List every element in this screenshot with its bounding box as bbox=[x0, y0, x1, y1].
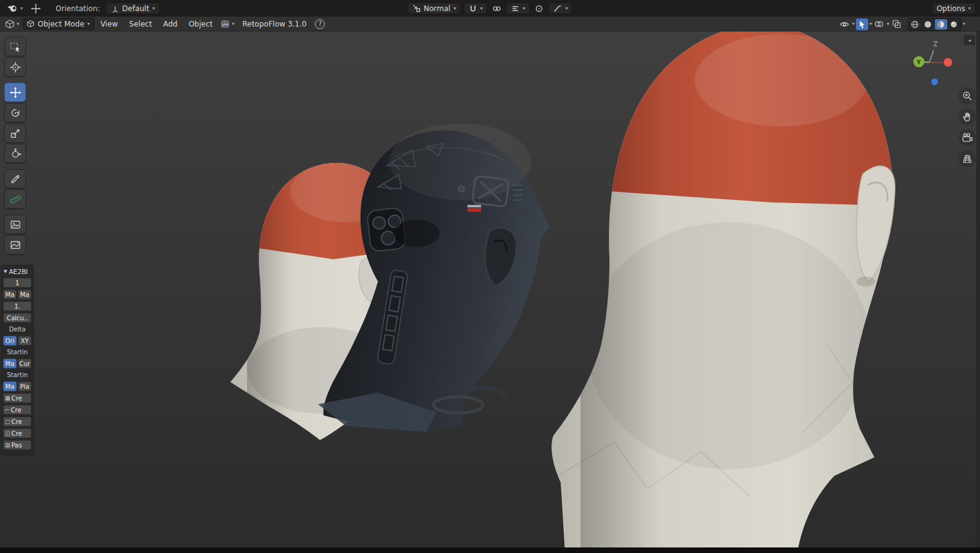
object-mode-icon bbox=[27, 20, 35, 28]
orientation-axis-icon bbox=[111, 4, 119, 13]
zoom-magnifier-icon bbox=[961, 90, 973, 102]
toggle-grid-button[interactable] bbox=[958, 150, 976, 167]
orientation-label: Orientation: bbox=[56, 4, 100, 13]
panel-button[interactable]: □ Cre bbox=[3, 417, 31, 426]
annotate-tool[interactable] bbox=[4, 169, 26, 188]
wireframe-sphere-icon bbox=[910, 20, 919, 29]
sidebar-collapse-icon: ◂ bbox=[968, 38, 971, 43]
gizmo-z-label: Z bbox=[933, 40, 938, 48]
select-box-tool[interactable] bbox=[4, 37, 26, 56]
snap-target-value: Normal bbox=[424, 4, 450, 13]
panel-button[interactable]: ◫ Cre bbox=[3, 428, 31, 438]
navigation-gizmo[interactable]: Z Y bbox=[907, 34, 968, 93]
rotate-tool[interactable] bbox=[4, 103, 26, 122]
gizmo-chevron[interactable]: ▾ bbox=[869, 22, 872, 27]
split-mini-icon: ◫ bbox=[5, 431, 10, 436]
solid-sphere-icon bbox=[923, 20, 932, 29]
viewport-canvas[interactable] bbox=[0, 0, 980, 553]
orientation-value: Default bbox=[122, 4, 149, 13]
viewport-shading-group bbox=[908, 18, 961, 31]
topbar: ▾ Orientation: Default ▾ bbox=[0, 0, 980, 17]
panel-button[interactable]: 1 bbox=[3, 278, 31, 288]
panel-button[interactable]: ▤ Pas bbox=[3, 440, 31, 450]
snap-toggle-dropdown[interactable]: ▾ bbox=[464, 2, 487, 14]
shading-wireframe-button[interactable] bbox=[909, 19, 921, 30]
panel-button[interactable]: ▦ Cre bbox=[3, 393, 31, 403]
move-tool[interactable] bbox=[4, 83, 26, 102]
eye-icon bbox=[839, 20, 850, 29]
falloff-dropdown[interactable]: ▾ bbox=[548, 2, 572, 14]
toolbar bbox=[4, 37, 26, 254]
gizmo-z-axis-ball[interactable] bbox=[931, 78, 938, 85]
hand-icon bbox=[961, 111, 973, 123]
shading-solid-button[interactable] bbox=[922, 19, 934, 30]
scale-tool[interactable] bbox=[4, 123, 26, 143]
operator-panel-title: AE2Bl bbox=[9, 268, 28, 275]
shading-chevron[interactable]: ▾ bbox=[963, 22, 965, 27]
menu-add[interactable]: Add bbox=[158, 19, 182, 30]
panel-toggle-active[interactable]: Ori bbox=[3, 336, 17, 346]
measure-tool[interactable] bbox=[4, 189, 26, 209]
overlays-chevron[interactable]: ▾ bbox=[887, 22, 889, 27]
shading-rendered-button[interactable] bbox=[948, 19, 960, 30]
panel-button[interactable]: Ma bbox=[18, 289, 31, 299]
pan-button[interactable] bbox=[958, 108, 976, 125]
gizmo-x-axis-ball[interactable] bbox=[944, 58, 952, 67]
proportional-editing-toggle[interactable] bbox=[533, 2, 545, 14]
mode-value: Object Mode bbox=[38, 20, 85, 28]
panel-button[interactable]: ⌐ Cre bbox=[3, 405, 31, 415]
camera-view-button[interactable] bbox=[958, 129, 976, 146]
blender-app-menu[interactable]: ▾ bbox=[4, 2, 25, 14]
scale-icon bbox=[9, 127, 22, 139]
panel-button[interactable]: 1. bbox=[3, 301, 31, 311]
transform-tool[interactable] bbox=[4, 144, 26, 163]
editor-type-dropdown[interactable]: ▾ bbox=[3, 18, 21, 30]
orientation-dropdown[interactable]: Default ▾ bbox=[106, 2, 160, 14]
help-button[interactable]: ? bbox=[315, 19, 325, 29]
panel-button[interactable]: Ma bbox=[3, 289, 17, 299]
mode-dropdown[interactable]: Object Mode ▾ bbox=[22, 18, 94, 30]
visibility-chevron[interactable]: ▾ bbox=[852, 22, 855, 27]
panel-toggle-active[interactable]: Ma bbox=[3, 381, 17, 391]
addon-tool-2[interactable] bbox=[4, 235, 26, 254]
viewport-right-edge bbox=[976, 31, 980, 547]
square-mini-icon: □ bbox=[5, 419, 10, 425]
panel-button[interactable]: Calcu.. bbox=[3, 313, 31, 323]
proportional-link-toggle[interactable] bbox=[490, 2, 503, 14]
operator-panel-header[interactable]: ▼ AE2Bl bbox=[2, 267, 32, 278]
panel-label: Delta bbox=[3, 325, 31, 334]
rows-mini-icon: ▤ bbox=[5, 443, 10, 448]
chain-icon bbox=[492, 4, 501, 13]
zoom-button[interactable] bbox=[958, 87, 976, 104]
menu-select[interactable]: Select bbox=[124, 19, 157, 30]
shading-material-button[interactable] bbox=[935, 19, 947, 30]
addon-image-icon-1 bbox=[9, 218, 22, 231]
addon-icon-dropdown[interactable]: ▾ bbox=[219, 18, 236, 30]
show-overlays-toggle[interactable] bbox=[873, 19, 886, 30]
menu-object[interactable]: Object bbox=[183, 19, 217, 30]
gizmo-arrow-icon bbox=[858, 20, 866, 29]
annotate-pencil-icon bbox=[9, 173, 22, 185]
cursor-tool[interactable] bbox=[4, 57, 26, 77]
panel-button[interactable]: Pla bbox=[18, 381, 31, 391]
addon-tool-1[interactable] bbox=[4, 215, 26, 234]
panel-toggle-active[interactable]: Ma bbox=[3, 359, 17, 368]
knob-detail bbox=[458, 186, 464, 192]
panel-button[interactable]: Cur bbox=[18, 359, 31, 368]
xray-toggle[interactable] bbox=[890, 19, 903, 30]
sidebar-toggle-tab[interactable]: ◂ bbox=[964, 35, 975, 45]
stripe-red bbox=[467, 208, 481, 212]
menu-view[interactable]: View bbox=[96, 19, 123, 30]
overlays-icon bbox=[874, 20, 884, 28]
snap-affect-dropdown[interactable]: ▾ bbox=[506, 2, 530, 14]
rendered-sphere-icon bbox=[949, 20, 958, 29]
object-types-visibility-dropdown[interactable] bbox=[839, 19, 851, 30]
snap-target-dropdown[interactable]: Normal ▾ bbox=[408, 2, 461, 14]
viewport-header: ▾ Object Mode ▾ View Select Add Object ▾… bbox=[0, 17, 980, 31]
editor-3d-viewport-icon bbox=[5, 19, 15, 29]
options-menu[interactable]: Options ▾ bbox=[932, 2, 976, 14]
panel-button[interactable]: XY bbox=[18, 336, 31, 346]
menu-retopoflow[interactable]: RetopoFlow 3.1.0 bbox=[237, 19, 311, 30]
operator-panel: ▼ AE2Bl 1 Ma Ma 1. Calcu.. Delta Ori XY … bbox=[1, 265, 34, 455]
show-gizmo-toggle[interactable] bbox=[856, 19, 868, 30]
